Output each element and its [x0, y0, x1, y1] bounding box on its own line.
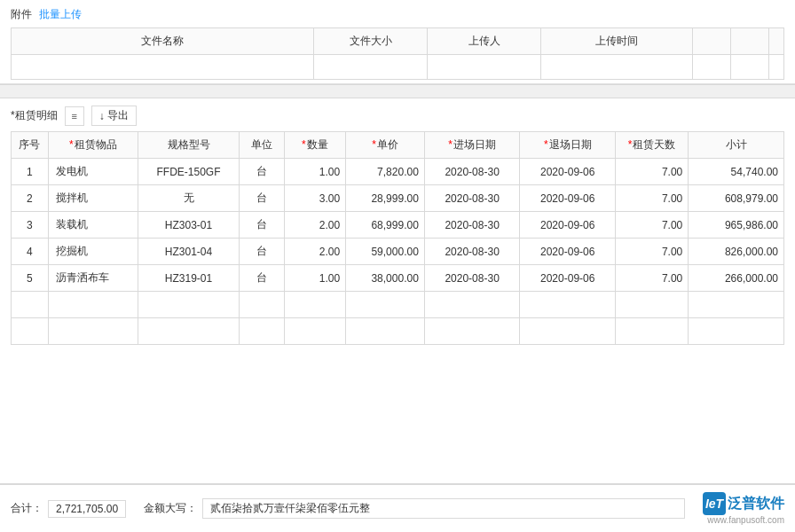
cell-spec-2: 无	[138, 185, 240, 212]
col-header-item: *租赁物品	[48, 132, 138, 159]
cell-indate-4: 2020-08-30	[424, 239, 520, 265]
col-header-outdate: *退场日期	[520, 132, 616, 159]
file-col-extra3	[768, 28, 783, 55]
col-header-price: *单价	[346, 132, 425, 159]
rental-header-row: 序号 *租赁物品 规格型号 单位 *数量 *单价 *进场日期 *退场日期 *租赁…	[12, 132, 784, 159]
col-header-qty: *数量	[284, 132, 346, 159]
cell-item-3: 装载机	[48, 212, 138, 239]
rental-header: *租赁明细 ≡ ↓ 导出	[11, 106, 784, 126]
cell-price-3: 68,999.00	[346, 212, 425, 239]
cell-unit-4: 台	[239, 239, 284, 265]
empty-cell	[346, 292, 425, 318]
cell-indate-2: 2020-08-30	[424, 185, 520, 212]
cell-outdate-3: 2020-09-06	[520, 212, 616, 239]
empty-cell	[520, 292, 616, 318]
cell-spec-4: HZ301-04	[138, 239, 240, 265]
file-col-name: 文件名称	[12, 28, 314, 55]
rental-row-4: 4 挖掘机 HZ301-04 台 2.00 59,000.00 2020-08-…	[12, 239, 784, 265]
export-button[interactable]: ↓ 导出	[91, 106, 137, 126]
cell-qty-2: 3.00	[284, 185, 346, 212]
cell-seq-2: 2	[12, 185, 49, 212]
cell-item-1: 发电机	[48, 159, 138, 185]
rental-title: *租赁明细	[11, 108, 58, 123]
cell-qty-4: 2.00	[284, 239, 346, 265]
cell-outdate-1: 2020-09-06	[520, 159, 616, 185]
attachment-label: 附件	[11, 7, 32, 22]
cell-price-4: 59,000.00	[346, 239, 425, 265]
cell-unit-3: 台	[239, 212, 284, 239]
export-icon: ↓	[99, 110, 105, 122]
footer-total: 合计： 2,721,705.00	[11, 500, 126, 518]
file-empty-cell5	[693, 55, 731, 80]
cell-seq-5: 5	[12, 265, 49, 292]
cell-item-2: 搅拌机	[48, 185, 138, 212]
cell-unit-2: 台	[239, 185, 284, 212]
cell-qty-3: 2.00	[284, 212, 346, 239]
amount-value: 贰佰柒拾贰万壹仟柒梁佰零伍元整	[202, 498, 685, 519]
file-col-size: 文件大小	[313, 28, 427, 55]
cell-days-5: 7.00	[616, 265, 689, 292]
empty-cell	[616, 318, 689, 345]
batch-upload-button[interactable]: 批量上传	[39, 7, 82, 22]
rental-empty-row	[12, 318, 784, 345]
file-col-uploader: 上传人	[428, 28, 541, 55]
rental-table: 序号 *租赁物品 规格型号 单位 *数量 *单价 *进场日期 *退场日期 *租赁…	[11, 131, 784, 345]
cell-subtotal-3: 965,986.00	[689, 212, 784, 239]
empty-cell	[12, 292, 49, 318]
logo-text: IeT 泛普软件	[703, 492, 784, 515]
total-label: 合计：	[11, 501, 43, 516]
cell-outdate-2: 2020-09-06	[520, 185, 616, 212]
cell-price-1: 7,820.00	[346, 159, 425, 185]
empty-cell	[138, 292, 240, 318]
empty-cell	[284, 318, 346, 345]
cell-days-3: 7.00	[616, 212, 689, 239]
file-empty-cell2	[313, 55, 427, 80]
file-col-extra2	[731, 28, 769, 55]
file-empty-cell6	[731, 55, 769, 80]
empty-cell	[689, 318, 784, 345]
attachment-section: 附件 批量上传 文件名称 文件大小 上传人 上传时间	[0, 0, 795, 84]
col-header-days: *租赁天数	[616, 132, 689, 159]
cell-spec-5: HZ319-01	[138, 265, 240, 292]
footer-section: 合计： 2,721,705.00 金额大写： 贰佰柒拾贰万壹仟柒梁佰零伍元整 I…	[0, 483, 795, 532]
rental-row-3: 3 装载机 HZ303-01 台 2.00 68,999.00 2020-08-…	[12, 212, 784, 239]
empty-cell	[424, 318, 520, 345]
file-empty-cell	[12, 55, 314, 80]
cell-days-1: 7.00	[616, 159, 689, 185]
cell-subtotal-4: 826,000.00	[689, 239, 784, 265]
cell-price-5: 38,000.00	[346, 265, 425, 292]
cell-seq-4: 4	[12, 239, 49, 265]
cell-qty-5: 1.00	[284, 265, 346, 292]
total-value: 2,721,705.00	[48, 500, 126, 518]
logo-icon: IeT	[703, 492, 726, 515]
cell-outdate-5: 2020-09-06	[520, 265, 616, 292]
cell-spec-1: FFDE-150GF	[138, 159, 240, 185]
empty-cell	[689, 292, 784, 318]
cell-price-2: 28,999.00	[346, 185, 425, 212]
rental-row-1: 1 发电机 FFDE-150GF 台 1.00 7,820.00 2020-08…	[12, 159, 784, 185]
attachment-header: 附件 批量上传	[11, 7, 784, 22]
rental-sort-button[interactable]: ≡	[65, 106, 84, 126]
cell-indate-3: 2020-08-30	[424, 212, 520, 239]
cell-days-4: 7.00	[616, 239, 689, 265]
cell-unit-5: 台	[239, 265, 284, 292]
empty-cell	[284, 292, 346, 318]
empty-cell	[616, 292, 689, 318]
col-header-unit: 单位	[239, 132, 284, 159]
empty-cell	[12, 318, 49, 345]
cell-item-4: 挖掘机	[48, 239, 138, 265]
file-col-extra1	[693, 28, 731, 55]
empty-cell	[346, 318, 425, 345]
cell-seq-3: 3	[12, 212, 49, 239]
cell-qty-1: 1.00	[284, 159, 346, 185]
file-col-time: 上传时间	[541, 28, 693, 55]
rental-row-5: 5 沥青洒布车 HZ319-01 台 1.00 38,000.00 2020-0…	[12, 265, 784, 292]
file-table-header-row: 文件名称 文件大小 上传人 上传时间	[12, 28, 784, 55]
empty-cell	[48, 318, 138, 345]
empty-cell	[239, 292, 284, 318]
cell-indate-5: 2020-08-30	[424, 265, 520, 292]
cell-indate-1: 2020-08-30	[424, 159, 520, 185]
cell-outdate-4: 2020-09-06	[520, 239, 616, 265]
empty-cell	[239, 318, 284, 345]
file-empty-cell3	[428, 55, 541, 80]
